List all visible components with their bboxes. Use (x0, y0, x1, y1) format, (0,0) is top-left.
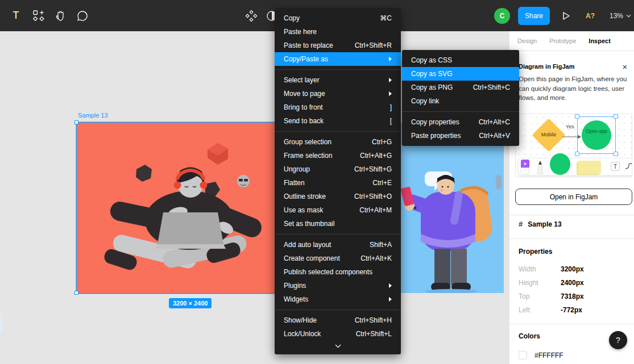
submenu-arrow-icon (389, 91, 392, 96)
menu-item-set-as-thumbnail[interactable]: Set as thumbnail (275, 217, 401, 231)
color-row[interactable]: #FFFFFF (519, 351, 563, 359)
menu-item-ungroup[interactable]: Ungroup Ctrl+Shift+G (275, 162, 401, 176)
menu-item-label: Lock/Unlock (284, 330, 349, 338)
resources-icon[interactable] (27, 0, 50, 31)
submenu-item-copy-link[interactable]: Copy link (402, 94, 519, 108)
figjam-handle-bottom-right (614, 152, 618, 156)
menu-item-paste-to-replace[interactable]: Paste to replace Ctrl+Shift+R (275, 39, 401, 52)
menu-item-move-to-page[interactable]: Move to page (275, 87, 401, 101)
menu-item-shortcut: ⌘C (380, 14, 392, 22)
menu-item-copy-paste-as[interactable]: Copy/Paste as (275, 52, 401, 66)
figjam-connector-tool (624, 162, 632, 171)
submenu-item-copy-as-png[interactable]: Copy as PNG Ctrl+Shift+C (402, 81, 519, 94)
menu-item-shortcut: Ctrl+Shift+C (473, 83, 510, 91)
menu-item-plugins[interactable]: Plugins (275, 279, 401, 292)
present-play-icon[interactable] (554, 0, 577, 31)
menu-item-label: Ungroup (284, 165, 347, 173)
menu-item-label: Create component (284, 254, 354, 262)
menu-item-publish-selected-components[interactable]: Publish selected components (275, 265, 401, 279)
menu-item-label: Widgets (284, 295, 382, 303)
submenu-item-paste-properties[interactable]: Paste properties Ctrl+Alt+V (402, 129, 519, 143)
menu-item-show-hide[interactable]: Show/Hide Ctrl+Shift+H (275, 313, 401, 327)
menu-item-label: Paste here (284, 28, 392, 36)
menu-item-label: Frame selection (284, 152, 353, 160)
figjam-shape-tool (550, 153, 570, 175)
menu-item-shortcut: Ctrl+Alt+V (479, 132, 510, 140)
menu-item-create-component[interactable]: Create component Ctrl+Alt+K (275, 252, 401, 265)
open-in-figjam-button[interactable]: Open in FigJam (515, 189, 632, 205)
menu-item-label: Send to back (284, 117, 383, 125)
menu-item-label: Copy (284, 14, 373, 22)
hand-tool-icon[interactable] (49, 0, 72, 31)
property-value[interactable]: 2400px (561, 279, 584, 287)
property-value[interactable]: 3200px (561, 265, 584, 273)
menu-separator (275, 234, 401, 235)
divider (509, 239, 634, 239)
menu-item-shortcut: Ctrl+Shift+R (355, 41, 392, 49)
property-label: Left (519, 306, 561, 314)
menu-item-bring-to-front[interactable]: Bring to front ] (275, 101, 401, 114)
menu-item-shortcut: Ctrl+Shift+L (356, 330, 392, 338)
a11y-annotation-badge[interactable]: A? (586, 0, 595, 31)
offscreen-frame-edge (0, 313, 2, 332)
tab-inspect[interactable]: Inspect (589, 37, 611, 44)
selected-frame-sample-13[interactable] (77, 123, 304, 293)
text-tool-icon[interactable]: T (5, 0, 27, 31)
share-button[interactable]: Share (518, 7, 550, 25)
property-value[interactable]: -772px (561, 306, 582, 314)
menu-item-label: Outline stroke (284, 193, 347, 200)
menu-item-label: Flatten (284, 179, 366, 187)
figjam-cursor-tool: ➤ (521, 160, 529, 168)
right-sidebar: Design Prototype Inspect Diagram in FigJ… (509, 31, 634, 364)
create-component-icon[interactable] (240, 0, 263, 31)
menu-item-shortcut: Ctrl+Shift+H (355, 316, 392, 324)
zoom-level-control[interactable]: 13% (610, 0, 631, 31)
menu-item-label: Group selection (284, 138, 365, 146)
menu-item-add-auto-layout[interactable]: Add auto layout Shift+A (275, 238, 401, 252)
submenu-item-copy-properties[interactable]: Copy properties Ctrl+Alt+C (402, 115, 519, 129)
tab-design[interactable]: Design (517, 37, 537, 44)
menu-item-shortcut: [ (390, 117, 392, 125)
submenu-item-copy-as-css[interactable]: Copy as CSS (402, 53, 519, 67)
property-label: Top (519, 292, 561, 300)
menu-separator (402, 111, 519, 112)
color-swatch (519, 351, 527, 359)
menu-item-label: Publish selected components (284, 268, 392, 276)
selection-row[interactable]: # Sample 13 (519, 220, 562, 228)
menu-item-frame-selection[interactable]: Frame selection Ctrl+Alt+G (275, 149, 401, 162)
menu-item-paste-here[interactable]: Paste here (275, 25, 401, 39)
figjam-panel-title: Diagram in FigJam (519, 63, 574, 70)
figjam-handle-top-left (575, 114, 579, 119)
property-row-height: Height 2400px (519, 279, 625, 287)
selection-name: Sample 13 (528, 220, 561, 228)
figjam-panel-description: Open this page in FigJam, where you can … (519, 74, 629, 103)
menu-scroll-down-chevron[interactable] (275, 341, 401, 351)
menu-item-group-selection[interactable]: Group selection Ctrl+G (275, 135, 401, 149)
comment-tool-icon[interactable] (71, 0, 94, 31)
menu-item-copy[interactable]: Copy ⌘C (275, 11, 401, 25)
frame-name-label[interactable]: Sample 13 (78, 112, 108, 119)
submenu-item-copy-as-svg[interactable]: Copy as SVG (402, 67, 519, 81)
menu-item-label: Bring to front (284, 103, 383, 111)
divider (509, 215, 634, 215)
close-icon[interactable]: × (619, 61, 631, 72)
avatar[interactable]: C (494, 8, 510, 24)
menu-separator (275, 131, 401, 132)
frame-illustration-coder (77, 123, 304, 293)
menu-item-select-layer[interactable]: Select layer (275, 73, 401, 87)
selection-handle-bottom-left[interactable] (74, 291, 78, 295)
menu-item-label: Use as mask (284, 206, 353, 214)
tab-prototype[interactable]: Prototype (549, 37, 576, 44)
submenu-arrow-icon (389, 283, 392, 288)
menu-item-send-to-back[interactable]: Send to back [ (275, 114, 401, 128)
selection-handle-top-left[interactable] (74, 120, 78, 124)
menu-item-lock-unlock[interactable]: Lock/Unlock Ctrl+Shift+L (275, 327, 401, 341)
menu-item-widgets[interactable]: Widgets (275, 292, 401, 306)
menu-item-use-as-mask[interactable]: Use as mask Ctrl+Alt+M (275, 203, 401, 217)
property-value[interactable]: 7318px (561, 292, 584, 300)
menu-item-flatten[interactable]: Flatten Ctrl+E (275, 176, 401, 190)
menu-item-outline-stroke[interactable]: Outline stroke Ctrl+Shift+O (275, 190, 401, 203)
property-label: Height (519, 279, 561, 287)
chevron-down-icon (626, 14, 631, 18)
help-button[interactable]: ? (609, 331, 627, 349)
